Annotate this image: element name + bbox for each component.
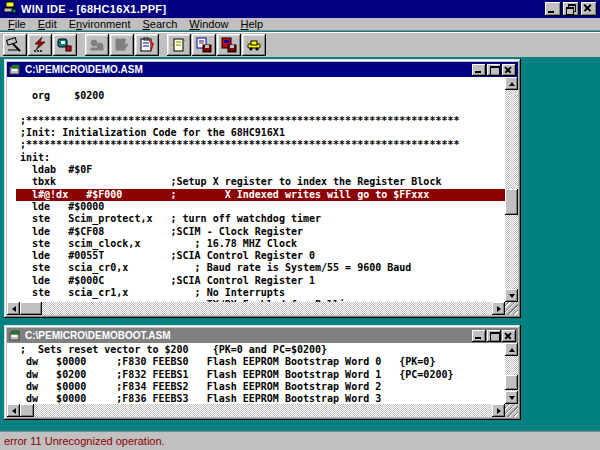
arrow-right-icon [497,306,501,312]
window-title: WIN IDE - [68HC16X1.PPF] [21,3,545,15]
code-line[interactable]: ;***************************************… [16,139,505,151]
code-line[interactable]: ldab #$0F [16,164,505,176]
code-line[interactable]: dw $0000 ;F834 FEEBS2 Flash EEPROM Boots… [16,381,505,393]
scroll-left-button[interactable] [7,302,20,315]
car-icon [245,37,263,53]
code-line[interactable]: dw $0200 ;F832 FEEBS1 Flash EEPROM Boots… [16,369,505,381]
code-line[interactable]: ste scia_cr1,x ; No Interrupts [16,287,505,299]
demo-maximize-button[interactable] [487,64,501,76]
code-line[interactable]: lde #$000C ;SCIA Control Register 1 [16,275,505,287]
scroll-up-button[interactable] [505,343,518,356]
scroll-right-button[interactable] [492,302,505,315]
vertical-scroll-thumb[interactable] [505,375,518,390]
assemble-button[interactable] [3,34,27,56]
document-icon [9,327,22,345]
editor1-code[interactable]: org $0200 ;*****************************… [7,77,505,302]
demoboot-title: C:\PEMICRO\DEMOBOOT.ASM [25,330,472,341]
demo-horizontal-scrollbar[interactable] [7,302,505,315]
main-titlebar: WIN IDE - [68HC16X1.PPF] [0,0,600,18]
editor-window-demo: C:\PEMICRO\DEMO.ASM org $0200 ;*********… [4,59,521,318]
code-line[interactable] [16,103,505,115]
clipboard-button[interactable] [135,34,159,56]
code-line[interactable]: ste Scim_protect,x ; turn off watchdog t… [16,213,505,225]
tool-document-button[interactable] [110,34,134,56]
code-line[interactable]: ste scim_clock,x ; 16.78 MHZ Clock [16,238,505,250]
code-line[interactable]: dw $0000 ;F836 FEEBS3 Flash EEPROM Boots… [16,393,505,404]
demo-titlebar[interactable]: C:\PEMICRO\DEMO.ASM [7,62,518,77]
debug-button[interactable] [28,34,52,56]
code-line[interactable]: ste scia_cr0,x ; Baud rate is System/55 … [16,262,505,274]
clipboard-icon [138,37,156,53]
save-all-button[interactable] [217,34,241,56]
document-icon [9,61,22,79]
scroll-right-button[interactable] [492,404,505,417]
demoboot-minimize-button[interactable] [472,330,486,342]
editor-window-demoboot: C:\PEMICRO\DEMOBOOT.ASM ; Sets reset vec… [4,325,521,420]
arrow-left-icon [12,306,16,312]
save-file-button[interactable] [192,34,216,56]
vertical-scroll-thumb[interactable] [505,189,518,215]
code-line[interactable]: lde #$0000 [16,201,505,213]
demo-title: C:\PEMICRO\DEMO.ASM [25,64,472,75]
code-line[interactable]: dw $0000 ;F830 FEEBS0 Flash EEPROM Boots… [16,356,505,368]
toolbar [0,32,600,57]
menu-environment[interactable]: Environment [63,18,137,31]
document-pen-icon [113,37,131,53]
code-line[interactable]: ;***************************************… [16,115,505,127]
restore-button[interactable] [563,2,579,16]
menu-window[interactable]: Window [183,18,234,31]
arrow-left-icon [12,408,16,414]
arrow-down-icon [509,294,515,298]
demoboot-maximize-button[interactable] [487,330,501,342]
car-button[interactable] [242,34,266,56]
code-line[interactable]: init: [16,152,505,164]
scroll-down-button[interactable] [505,391,518,404]
code-line[interactable]: tbxk ;Setup X register to index the Regi… [16,176,505,188]
program-button[interactable] [53,34,77,56]
code-line[interactable]: ; Sets reset vector to $200 {PK=0 and PC… [16,344,505,356]
error-code-line[interactable]: l#@!dx #$F000 ; X Indexed writes will go… [16,189,505,201]
code-line[interactable]: lde #0055T ;SCIA Control Register 0 [16,250,505,262]
horizontal-scroll-thumb[interactable] [20,302,42,315]
hammer-icon [6,37,24,53]
save-all-icon [220,37,238,53]
arrow-up-icon [509,348,515,352]
arrow-up-icon [509,82,515,86]
scroll-down-button[interactable] [505,289,518,302]
chip-icon [56,37,74,53]
notepad-icon [170,37,188,53]
hands-icon [88,37,106,53]
horizontal-scroll-thumb[interactable] [20,404,34,417]
scroll-left-button[interactable] [7,404,20,417]
code-line[interactable]: org $0200 [16,90,505,102]
code-line[interactable]: ;Init: Initialization Code for the 68HC9… [16,127,505,139]
code-line[interactable] [16,78,505,90]
notepad-button[interactable] [167,34,191,56]
menu-bar: FileEditEnvironmentSearchWindowHelp [0,18,600,31]
tool-hands-button[interactable] [85,34,109,56]
demoboot-horizontal-scrollbar[interactable] [7,404,505,417]
demo-minimize-button[interactable] [472,64,486,76]
demo-vertical-scrollbar[interactable] [505,77,518,302]
menu-edit[interactable]: Edit [32,18,63,31]
demoboot-titlebar[interactable]: C:\PEMICRO\DEMOBOOT.ASM [7,328,518,343]
menu-help[interactable]: Help [235,18,270,31]
arrow-right-icon [497,408,501,414]
lightning-icon [31,37,49,53]
editor2-code[interactable]: ; Sets reset vector to $200 {PK=0 and PC… [7,343,505,404]
menu-file[interactable]: File [2,18,32,31]
save-file-icon [195,37,213,53]
scroll-up-button[interactable] [505,77,518,90]
menu-search[interactable]: Search [136,18,183,31]
demo-close-button[interactable] [502,64,516,76]
status-message: error 11 Unrecognized operation. [4,435,165,447]
code-line[interactable]: lde #$CF08 ;SCIM - Clock Register [16,226,505,238]
close-button[interactable] [581,2,597,16]
resize-grip[interactable] [505,404,518,417]
app-icon [3,0,17,18]
demoboot-close-button[interactable] [502,330,516,342]
minimize-button[interactable] [545,2,561,16]
arrow-down-icon [509,396,515,400]
resize-grip[interactable] [505,302,518,315]
demoboot-vertical-scrollbar[interactable] [505,343,518,404]
